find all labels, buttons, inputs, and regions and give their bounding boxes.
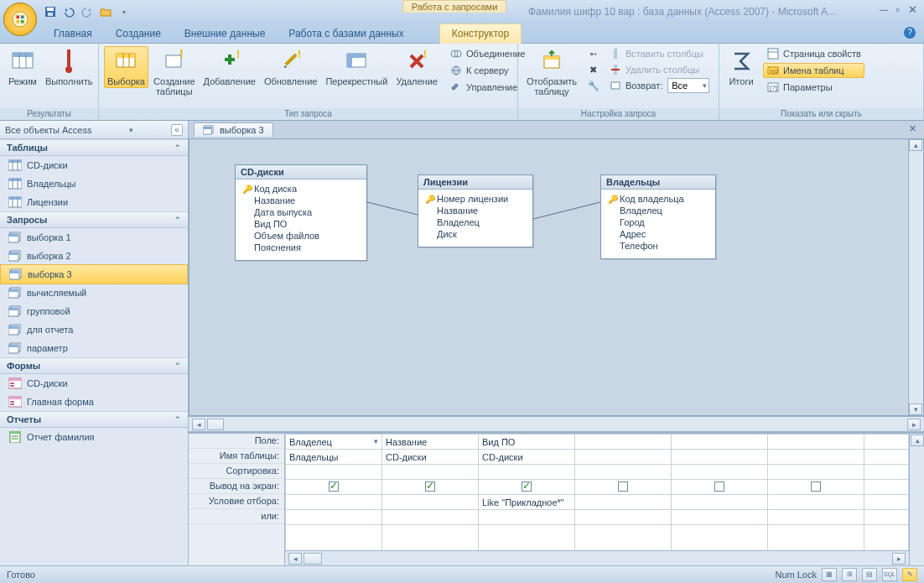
open-icon[interactable]: [99, 5, 112, 18]
delete-rows-button[interactable]: ✖: [584, 62, 604, 77]
work-area: Все объекты Access ▾ « Таблицы⌃ CD-диски…: [0, 121, 924, 565]
svg-rect-76: [10, 385, 14, 387]
nav-query-calc[interactable]: вычисляемый: [0, 284, 188, 302]
update-button[interactable]: ! Обновление: [261, 46, 321, 88]
close-button[interactable]: ✕: [908, 3, 917, 16]
svg-rect-1: [16, 15, 19, 18]
nav-table-cd[interactable]: CD-диски: [0, 156, 188, 174]
nav-query-report[interactable]: для отчета: [0, 320, 188, 339]
nav-section-forms[interactable]: Формы⌃: [0, 357, 188, 374]
query-designer[interactable]: CD-диски 🔑Код диска Название Дата выпуск…: [189, 139, 924, 416]
document-area: выборка 3 ✕ CD-диски 🔑Код диска Название…: [189, 121, 924, 565]
group-querytype-label: Тип запроса: [99, 108, 517, 120]
nav-table-licenses[interactable]: Лицензии: [0, 193, 188, 211]
parameters-button[interactable]: [?]Параметры: [763, 80, 864, 95]
tab-home[interactable]: Главная: [42, 24, 104, 43]
insert-columns-button[interactable]: Вставить столбцы: [605, 46, 707, 61]
view-sql-icon[interactable]: SQL: [882, 568, 897, 581]
table-box-licenses[interactable]: Лицензии 🔑Номер лицензии Название Владел…: [418, 174, 533, 247]
row-sort: [286, 465, 909, 480]
nav-section-queries[interactable]: Запросы⌃: [0, 211, 188, 228]
table-names-button[interactable]: xyzИмена таблиц: [763, 63, 864, 78]
run-button[interactable]: Выполнить: [42, 46, 96, 88]
status-numlock: Num Lock: [775, 570, 817, 580]
property-sheet-button[interactable]: Страница свойств: [763, 46, 864, 61]
svg-rect-72: [8, 345, 18, 347]
grid-hscroll[interactable]: ◂ ▸: [285, 550, 909, 565]
grid-columns[interactable]: Владелец Название Вид ПО Владельцы CD-ди…: [285, 434, 909, 565]
make-table-button[interactable]: ! Создание таблицы: [150, 46, 199, 98]
group-querysetup-label: Настройка запроса: [518, 108, 719, 120]
tab-design[interactable]: Конструктор: [439, 23, 522, 44]
nav-table-owners[interactable]: Владельцы: [0, 174, 188, 193]
designer-vscroll[interactable]: ▴ ▾: [908, 139, 923, 415]
builder-button[interactable]: 🔧: [584, 78, 604, 93]
table-box-cd[interactable]: CD-диски 🔑Код диска Название Дата выпуск…: [235, 164, 367, 261]
redo-icon[interactable]: [80, 5, 94, 18]
svg-text:!: !: [179, 49, 184, 60]
union-button[interactable]: Объединение: [446, 46, 528, 61]
undo-icon[interactable]: [62, 5, 75, 18]
append-button[interactable]: ! Добавление: [200, 46, 259, 88]
svg-rect-57: [8, 252, 18, 255]
nav-query-param[interactable]: параметр: [0, 339, 188, 357]
tab-create[interactable]: Создание: [104, 24, 173, 43]
select-query-button[interactable]: Выборка: [104, 46, 148, 88]
tab-external-data[interactable]: Внешние данные: [173, 24, 278, 43]
nav-query-1[interactable]: выборка 1: [0, 228, 188, 247]
table-box-owners[interactable]: Владельцы 🔑Код владельца Владелец Город …: [600, 174, 716, 259]
svg-rect-49: [8, 197, 22, 200]
grid-row-labels: Поле: Имя таблицы: Сортировка: Вывод на …: [189, 434, 285, 565]
minimize-button[interactable]: ─: [880, 3, 887, 16]
quick-access-toolbar: ▾: [44, 5, 131, 18]
grid-vscroll[interactable]: ▴: [909, 434, 924, 565]
insert-rows-button[interactable]: ➵: [584, 46, 604, 61]
data-definition-button[interactable]: Управление: [446, 80, 528, 95]
passthrough-button[interactable]: К серверу: [446, 63, 528, 78]
restore-button[interactable]: ▫: [895, 3, 900, 16]
svg-rect-63: [8, 289, 18, 292]
svg-rect-79: [10, 401, 14, 403]
nav-query-group[interactable]: групповой: [0, 302, 188, 320]
collapse-nav-icon[interactable]: «: [171, 124, 183, 136]
view-button[interactable]: Режим: [5, 46, 40, 88]
delete-columns-button[interactable]: Удалить столбцы: [605, 62, 703, 77]
svg-rect-15: [117, 54, 135, 58]
office-button[interactable]: [3, 3, 37, 36]
close-tab-icon[interactable]: ✕: [906, 123, 919, 137]
nav-header[interactable]: Все объекты Access ▾ «: [0, 121, 188, 139]
nav-form-main[interactable]: Главная форма: [0, 393, 188, 411]
nav-section-tables[interactable]: Таблицы⌃: [0, 139, 188, 156]
svg-rect-31: [614, 49, 617, 59]
navigation-pane: Все объекты Access ▾ « Таблицы⌃ CD-диски…: [0, 121, 189, 565]
nav-report[interactable]: Отчет фамилия: [0, 428, 188, 446]
view-datasheet-icon[interactable]: ▦: [822, 568, 837, 581]
svg-rect-82: [10, 431, 20, 434]
crosstab-button[interactable]: Перекрестный: [322, 46, 391, 88]
delete-query-button[interactable]: ! Удаление: [392, 46, 441, 88]
show-table-button[interactable]: Отобразить таблицу: [523, 46, 580, 98]
tab-database-tools[interactable]: Работа с базами данных: [277, 24, 415, 43]
group-showhide-label: Показать или скрыть: [719, 108, 923, 120]
nav-form-cd[interactable]: CD-диски: [0, 374, 188, 393]
designer-hscroll[interactable]: ◂ ▸: [189, 416, 924, 431]
svg-rect-3: [16, 20, 19, 23]
qat-dropdown-icon[interactable]: ▾: [117, 5, 131, 18]
status-bar: Готово Num Lock ▦ ⊞ ▤ SQL ✎: [0, 565, 924, 583]
help-icon[interactable]: ?: [904, 27, 916, 39]
nav-query-3[interactable]: выборка 3: [0, 264, 188, 284]
view-design-icon[interactable]: ✎: [902, 568, 917, 581]
nav-section-reports[interactable]: Отчеты⌃: [0, 411, 188, 428]
totals-button[interactable]: Итоги: [724, 46, 758, 88]
svg-text:[?]: [?]: [770, 84, 777, 91]
svg-rect-6: [47, 8, 54, 11]
view-pivottable-icon[interactable]: ⊞: [842, 568, 857, 581]
object-tab[interactable]: выборка 3: [194, 122, 273, 137]
nav-query-2[interactable]: выборка 2: [0, 247, 188, 265]
svg-rect-54: [8, 234, 18, 237]
view-pivotchart-icon[interactable]: ▤: [862, 568, 877, 581]
return-combo[interactable]: Все: [667, 78, 709, 93]
svg-point-13: [65, 66, 72, 73]
svg-rect-24: [347, 54, 352, 67]
save-icon[interactable]: [44, 5, 57, 18]
